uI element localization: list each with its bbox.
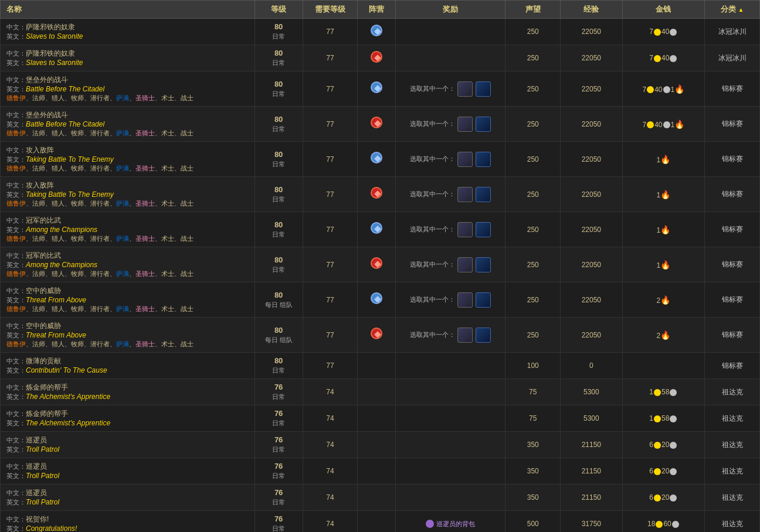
quest-type: 日常 (260, 366, 298, 375)
name-cell: 中文：巡逻员英文：Troll Patrol (1, 458, 255, 485)
gold-cell: 158 (622, 379, 705, 405)
class-tag: 德鲁伊 (6, 305, 26, 312)
col-rep[interactable]: 声望 (505, 1, 561, 19)
quest-type: 日常 (260, 393, 298, 401)
col-req-level[interactable]: 需要等级 (303, 1, 358, 19)
quest-type: 每日 组队 (260, 336, 298, 345)
quest-level: 80 (260, 22, 298, 32)
reward-cell (395, 379, 505, 405)
gold-icon (654, 29, 661, 36)
gold-cell: 620 (622, 485, 705, 511)
req-level-cell: 74 (303, 379, 358, 405)
exp-cell: 5300 (561, 379, 622, 405)
quest-name-cn: 中文：攻入敌阵 (6, 145, 249, 155)
level-cell: 76日常 (255, 485, 303, 511)
col-name[interactable]: 名称 (1, 1, 255, 19)
table-row: 中文：巡逻员英文：Troll Patrol 76日常 74 350 21150 … (1, 458, 760, 485)
level-cell: 80日常 (255, 45, 303, 71)
req-level-cell: 74 (303, 405, 358, 432)
gold-icon (654, 468, 661, 475)
quest-level: 80 (260, 220, 298, 230)
gold-cell: 2🔥 (622, 318, 705, 353)
quest-name-en: 英文：Among the Champions (6, 226, 249, 234)
gold-cell: 1🔥 (622, 177, 705, 212)
quest-name-en: 英文：Slaves to Saronite (6, 59, 249, 67)
gold-cell: 1🔥 (622, 247, 705, 282)
reward-cell: 选取其中一个： (395, 142, 505, 177)
req-level-cell: 77 (303, 19, 358, 45)
col-faction[interactable]: 阵营 (358, 1, 395, 19)
quest-type: 日常 (260, 32, 298, 41)
col-level[interactable]: 等级 (255, 1, 303, 19)
faction-alliance-icon (371, 25, 382, 36)
class-tag: 牧师 (71, 94, 84, 101)
quest-level: 80 (260, 356, 298, 366)
exp-cell: 22050 (561, 212, 622, 247)
exp-cell: 31750 (561, 511, 622, 533)
class-tag: 术士 (161, 94, 174, 101)
gold-cell: 7401🔥 (622, 71, 705, 107)
quest-name-cn: 中文：巡逻员 (6, 435, 249, 445)
gold-cell: 1🔥 (622, 212, 705, 247)
quest-name-cn: 中文：冠军的比武 (6, 216, 249, 226)
class-tag: 法师 (32, 94, 45, 101)
quest-type: 日常 (260, 419, 298, 428)
name-cell: 中文：萨隆邪铁的奴隶英文：Slaves to Saronite (1, 19, 255, 45)
faction-cell (358, 19, 395, 45)
col-gold[interactable]: 金钱 (622, 1, 705, 19)
faction-horde-icon (371, 117, 382, 128)
class-tag: 潜行者 (90, 305, 110, 312)
quest-name-cn: 中文：空中的威胁 (6, 286, 249, 296)
req-level-cell: 77 (303, 247, 358, 282)
currency-amount: 7 (643, 121, 647, 129)
category-cell: 锦标赛 (705, 177, 760, 212)
flame-icon: 🔥 (660, 330, 670, 340)
level-cell: 80日常 (255, 212, 303, 247)
faction-alliance-icon (371, 81, 382, 93)
silver-icon (670, 442, 677, 449)
class-tag: 圣骑士 (135, 305, 155, 312)
quest-level: 76 (260, 487, 298, 498)
table-row: 中文：堡垒外的战斗英文：Battle Before The Citadel德鲁伊… (1, 107, 760, 142)
table-row: 中文：攻入敌阵英文：Taking Battle To The Enemy德鲁伊、… (1, 142, 760, 177)
faction-cell (358, 432, 395, 458)
class-tag: 战士 (181, 340, 194, 347)
class-tag: 战士 (181, 305, 194, 312)
faction-cell (358, 379, 395, 405)
exp-cell: 21150 (561, 485, 622, 511)
faction-alliance-icon (371, 222, 382, 234)
class-tag: 德鲁伊 (6, 235, 26, 242)
exp-cell: 21150 (561, 432, 622, 458)
col-category[interactable]: 分类 ▲ (705, 1, 760, 19)
reward-item-1 (457, 152, 473, 167)
reward-item-1 (457, 328, 473, 343)
category-cell: 祖达克 (705, 405, 760, 432)
class-tags: 德鲁伊、法师、猎人、牧师、潜行者、萨满、圣骑士、术士、战士 (6, 94, 194, 101)
currency-amount: 58 (661, 388, 669, 396)
table-row: 中文：炼金师的帮手英文：The Alchemist's Apprentice 7… (1, 405, 760, 432)
col-exp[interactable]: 经验 (561, 1, 622, 19)
currency-amount: 7 (649, 28, 653, 36)
table-row: 中文：祝贺你!英文：Congratulations! 76日常 74 巡逻员的背… (1, 511, 760, 533)
currency-amount: 1 (649, 388, 653, 396)
reward-cell: 巡逻员的背包 (395, 511, 505, 533)
quest-name-en: 英文：The Alchemist's Apprentice (6, 393, 249, 401)
class-tag: 潜行者 (90, 270, 110, 277)
rep-cell: 250 (505, 142, 561, 177)
exp-cell: 0 (561, 353, 622, 379)
name-cell: 中文：堡垒外的战斗英文：Battle Before The Citadel德鲁伊… (1, 107, 255, 142)
currency-amount: 1 (649, 414, 653, 422)
currency-amount: 1 (671, 86, 675, 94)
gold-cell: 740 (622, 19, 705, 45)
class-tag: 萨满 (116, 305, 129, 312)
quest-type: 日常 (260, 90, 298, 98)
exp-cell: 5300 (561, 405, 622, 432)
exp-cell: 21150 (561, 458, 622, 485)
level-cell: 76日常 (255, 511, 303, 533)
gold-cell (622, 353, 705, 379)
class-tag: 术士 (161, 305, 174, 312)
col-reward[interactable]: 奖励 (395, 1, 505, 19)
currency-amount: 20 (661, 467, 669, 475)
class-tag: 潜行者 (90, 200, 110, 207)
reward-cell (395, 45, 505, 71)
